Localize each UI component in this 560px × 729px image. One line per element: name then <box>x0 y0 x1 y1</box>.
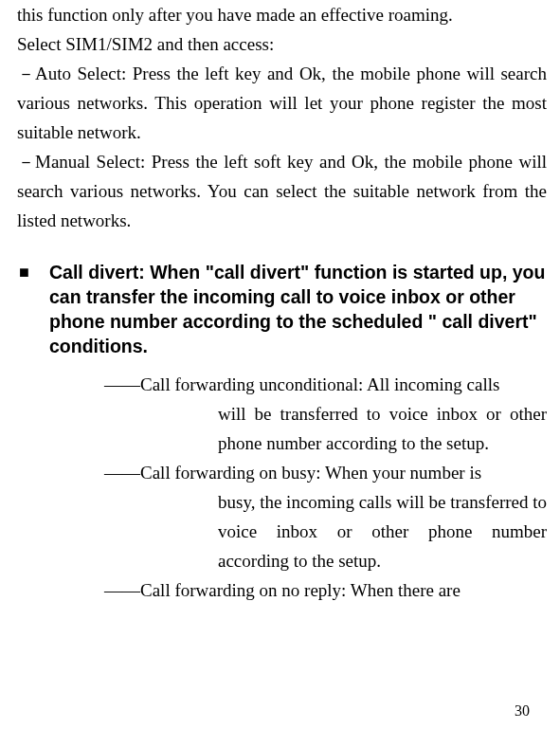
item-busy-first: ――Call forwarding on busy: When your num… <box>104 463 481 483</box>
item-no-reply: ――Call forwarding on no reply: When ther… <box>104 575 547 605</box>
bullet-icon: ■ <box>17 260 49 358</box>
item-no-reply-first: ――Call forwarding on no reply: When ther… <box>104 580 461 600</box>
item-busy: ――Call forwarding on busy: When your num… <box>104 458 547 575</box>
intro-auto-select: －Auto Select: Press the left key and Ok,… <box>17 59 547 147</box>
intro-manual-select: －Manual Select: Press the left soft key … <box>17 147 547 235</box>
item-unconditional-cont: will be transferred to voice inbox or ot… <box>218 399 547 458</box>
page: this function only after you have made a… <box>17 0 547 729</box>
section-heading: ■ Call divert: When "call divert" functi… <box>17 260 547 358</box>
heading-text: Call divert: When "call divert" function… <box>49 260 547 358</box>
page-number: 30 <box>515 702 530 720</box>
item-unconditional-first: ――Call forwarding unconditional: All inc… <box>104 374 499 394</box>
item-unconditional: ――Call forwarding unconditional: All inc… <box>104 370 547 458</box>
intro-line-1: this function only after you have made a… <box>17 0 547 29</box>
intro-line-2: Select SIM1/SIM2 and then access: <box>17 29 547 59</box>
item-busy-cont: busy, the incoming calls will be transfe… <box>218 487 547 575</box>
